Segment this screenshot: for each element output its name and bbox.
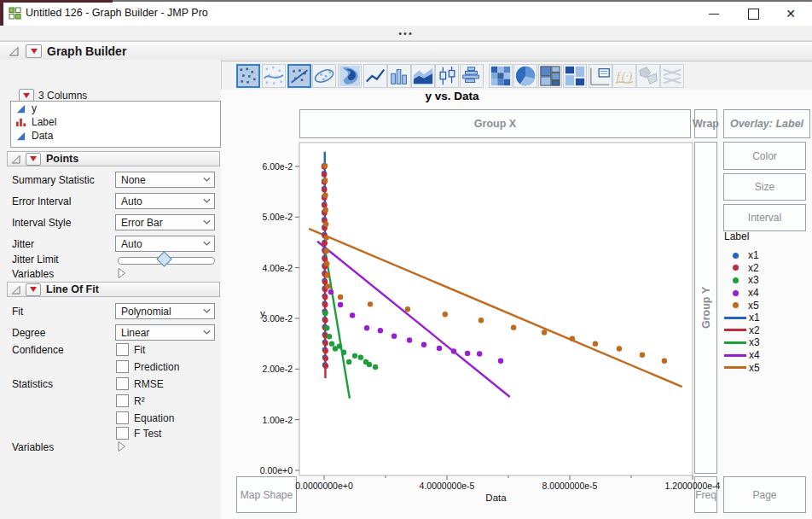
interval-drop-zone[interactable]: Interval xyxy=(723,204,806,231)
svg-text:0.00e+0: 0.00e+0 xyxy=(260,465,293,475)
color-drop-zone[interactable]: Color xyxy=(723,142,806,170)
line-of-fit-icon[interactable] xyxy=(287,64,311,88)
statistics-rmse-row: RMSE xyxy=(116,377,164,390)
window-top-edge xyxy=(0,0,812,2)
ftest-checkbox[interactable] xyxy=(116,427,129,440)
overlay-drop-zone[interactable]: Overlay: Label xyxy=(723,109,810,138)
legend-point-item-x4[interactable]: x4 xyxy=(724,287,809,300)
red-triangle-icon xyxy=(31,49,38,54)
size-drop-zone[interactable]: Size xyxy=(723,173,806,201)
points-variables-disclosure-icon[interactable] xyxy=(117,267,126,279)
legend-line-icon xyxy=(724,354,746,357)
red-triangle-icon xyxy=(23,93,30,98)
mosaic-icon[interactable] xyxy=(563,64,587,88)
formula-icon[interactable]: ƒ(·) xyxy=(612,64,636,88)
column-item-y[interactable]: y xyxy=(11,102,220,115)
jmp-graph-builder-window: Untitled 126 - Graph Builder - JMP Pro —… xyxy=(0,0,812,519)
plot-svg[interactable]: 0.0000000e+04.0000000e-58.0000000e-51.20… xyxy=(252,137,722,517)
ellipse-icon[interactable] xyxy=(312,64,336,88)
confidence-fit-checkbox[interactable] xyxy=(116,343,129,356)
collapse-triangle-icon[interactable] xyxy=(9,46,19,56)
legend-point-item-x2[interactable]: x2 xyxy=(724,262,809,275)
box-plot-icon[interactable] xyxy=(435,64,459,88)
legend-line-item-x4[interactable]: x4 xyxy=(724,349,809,362)
chevron-down-icon xyxy=(203,198,211,204)
svg-text:1.2000000e-4: 1.2000000e-4 xyxy=(665,481,721,491)
legend-line-icon xyxy=(724,317,746,319)
heatmap-icon[interactable] xyxy=(489,64,513,88)
smoother-icon[interactable] xyxy=(262,64,286,88)
legend-point-item-x5[interactable]: x5 xyxy=(724,299,809,312)
group-x-drop-zone[interactable]: Group X xyxy=(299,109,691,138)
page-drop-zone[interactable]: Page xyxy=(723,476,806,513)
error-interval-label: Error Interval xyxy=(12,195,71,207)
parallel-icon[interactable] xyxy=(660,64,684,88)
wrap-drop-zone[interactable]: Wrap xyxy=(694,109,717,138)
maximize-button[interactable] xyxy=(740,5,766,22)
red-triangle-menu-button[interactable] xyxy=(26,44,42,58)
svg-text:1.00e-2: 1.00e-2 xyxy=(262,415,293,425)
rsquare-checkbox[interactable] xyxy=(116,394,129,407)
confidence-prediction-checkbox[interactable] xyxy=(116,360,129,373)
points-red-triangle-button[interactable] xyxy=(26,153,41,166)
points-variables-label: Variables xyxy=(12,268,54,280)
legend-line-icon xyxy=(724,329,746,331)
window-title: Untitled 126 - Graph Builder - JMP Pro xyxy=(26,7,208,19)
points-section-header[interactable]: Points xyxy=(7,151,220,166)
graph-builder-header[interactable]: Graph Builder xyxy=(0,41,812,61)
fit-variables-disclosure-icon[interactable] xyxy=(117,440,126,452)
legend-line-item-x2[interactable]: x2 xyxy=(724,324,809,337)
minimize-button[interactable]: — xyxy=(701,5,727,22)
svg-text:ƒ(·): ƒ(·) xyxy=(616,70,633,84)
collapse-triangle-icon[interactable] xyxy=(11,285,20,294)
caption-box-icon[interactable] xyxy=(589,64,612,88)
more-dots-icon[interactable]: ••• xyxy=(398,28,414,38)
legend-point-item-x3[interactable]: x3 xyxy=(724,274,809,287)
fit-red-triangle-button[interactable] xyxy=(26,283,41,296)
histogram-icon[interactable] xyxy=(460,64,484,88)
contour-icon[interactable] xyxy=(338,64,362,88)
legend-line-icon xyxy=(724,366,746,369)
equation-checkbox[interactable] xyxy=(116,411,129,424)
svg-text:8.0000000e-5: 8.0000000e-5 xyxy=(542,481,598,491)
legend-point-item-x1[interactable]: x1 xyxy=(724,249,809,262)
chevron-down-icon xyxy=(203,219,211,225)
map-shapes-icon[interactable] xyxy=(636,64,660,88)
jitter-select[interactable]: Auto xyxy=(115,236,215,252)
area-icon[interactable] xyxy=(411,64,435,88)
confidence-prediction-row: Prediction xyxy=(116,360,179,373)
column-item-data[interactable]: Data xyxy=(11,129,220,143)
confidence-label: Confidence xyxy=(12,344,64,356)
legend-line-item-x3[interactable]: x3 xyxy=(724,336,809,349)
statistics-ftest-row: F Test xyxy=(116,427,161,440)
jmp-app-icon xyxy=(9,7,21,20)
toolbar-collapse-strip[interactable]: ••• xyxy=(0,26,812,41)
bar-icon[interactable] xyxy=(387,64,411,88)
legend-marker-icon xyxy=(733,253,739,259)
legend-line-item-x1[interactable]: x1 xyxy=(724,312,809,324)
legend-marker-icon xyxy=(733,302,739,308)
svg-text:3.00e-2: 3.00e-2 xyxy=(262,313,293,324)
continuous-column-icon xyxy=(15,103,26,114)
columns-red-triangle-button[interactable] xyxy=(19,89,34,102)
legend-line-item-x5[interactable]: x5 xyxy=(724,361,809,374)
collapse-triangle-icon[interactable] xyxy=(11,155,20,164)
interval-style-select[interactable]: Error Bar xyxy=(115,214,215,230)
svg-text:4.0000000e-5: 4.0000000e-5 xyxy=(420,481,475,491)
fit-select[interactable]: Polynomial xyxy=(115,303,215,319)
treemap-icon[interactable] xyxy=(538,64,562,88)
line-icon[interactable] xyxy=(363,64,387,88)
column-item-label[interactable]: Label xyxy=(11,115,220,129)
points-icon[interactable] xyxy=(236,64,260,88)
pie-icon[interactable] xyxy=(513,64,537,88)
maximize-icon xyxy=(748,9,759,20)
jitter-label: Jitter xyxy=(12,238,34,250)
degree-select[interactable]: Linear xyxy=(115,324,215,341)
rmse-checkbox[interactable] xyxy=(116,377,129,390)
close-button[interactable]: ✕ xyxy=(778,5,803,22)
line-of-fit-section-header[interactable]: Line Of Fit xyxy=(7,282,220,297)
summary-statistic-select[interactable]: None xyxy=(115,172,215,188)
svg-text:0.0000000e+0: 0.0000000e+0 xyxy=(295,481,353,491)
chevron-down-icon xyxy=(203,329,211,335)
error-interval-select[interactable]: Auto xyxy=(115,193,215,209)
